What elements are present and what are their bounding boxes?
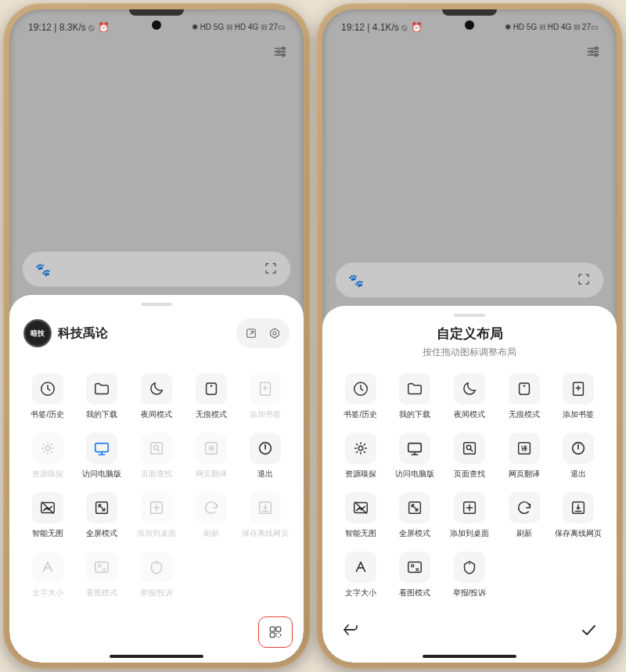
menu-label: 全屏模式 [399, 528, 430, 539]
menu-item-add-home[interactable]: 添加到桌面 [442, 487, 497, 544]
menu-label: 夜间模式 [454, 409, 485, 420]
menu-label: 添加书签 [563, 409, 594, 420]
menu-item-fullscreen[interactable]: 全屏模式 [75, 487, 130, 544]
settings-icon[interactable] [585, 44, 601, 63]
home-indicator[interactable] [110, 655, 203, 658]
menu-item-save[interactable]: 保存离线网页 [551, 487, 606, 544]
browser-body: 🐾 [322, 70, 617, 306]
menu-item-find[interactable]: 页面查找 [442, 428, 497, 484]
svg-rect-7 [206, 383, 216, 395]
menu-label: 智能无图 [32, 528, 63, 539]
menu-label: 保存离线网页 [242, 528, 289, 539]
customize-layout-button[interactable] [258, 616, 293, 648]
avatar[interactable]: 暗技 [23, 319, 52, 347]
svg-rect-26 [270, 633, 275, 638]
menu-item-folder[interactable]: 我的下载 [75, 368, 130, 425]
menu-item-sniff[interactable]: 资源嗅探 [333, 428, 388, 484]
menu-label: 刷新 [203, 528, 219, 539]
status-right: ✱ HD 5G ⫴⫴ HD 4G ⫴⫴ 27▭ [192, 23, 285, 32]
menu-label: 退出 [570, 469, 586, 480]
menu-grid: 书签/历史我的下载夜间模式无痕模式添加书签资源嗅探访问电脑版页面查找译网页翻译退… [20, 368, 293, 603]
svg-rect-24 [270, 627, 275, 631]
menu-label: 资源嗅探 [345, 469, 376, 480]
report-icon [141, 552, 172, 583]
menu-item-font[interactable]: 文字大小 [333, 547, 388, 603]
menu-item-add-bookmark[interactable]: 添加书签 [551, 368, 606, 425]
menu-item-gallery[interactable]: 看图模式 [388, 547, 443, 603]
sheet-title: 自定义布局 按住拖动图标调整布局 [333, 325, 606, 359]
svg-rect-25 [276, 627, 281, 631]
notch [442, 9, 497, 16]
font-icon [32, 552, 63, 583]
menu-item-fullscreen[interactable]: 全屏模式 [388, 487, 443, 544]
screen-right: 19:12 | 4.1K/s ⦸ ⏰ ✱ HD 5G ⫴⫴ HD 4G ⫴⫴ 2… [322, 9, 617, 663]
menu-item-desktop[interactable]: 访问电脑版 [388, 428, 443, 484]
menu-item-power[interactable]: 退出 [238, 428, 293, 484]
menu-item-report: 举报/投诉 [129, 547, 184, 603]
incognito-icon [196, 373, 227, 404]
menu-label: 举报/投诉 [140, 588, 174, 598]
sheet-handle[interactable] [454, 314, 485, 317]
back-button[interactable] [333, 620, 368, 644]
svg-rect-12 [151, 443, 163, 455]
moon-icon [141, 373, 172, 404]
settings-icon[interactable] [272, 44, 288, 63]
menu-item-power[interactable]: 退出 [551, 428, 606, 484]
status-right: ✱ HD 5G ⫴⫴ HD 4G ⫴⫴ 27▭ [505, 23, 598, 32]
svg-point-47 [412, 565, 414, 567]
find-icon [454, 433, 485, 464]
gear-icon[interactable] [263, 322, 286, 345]
menu-item-no-image[interactable]: 智能无图 [20, 487, 75, 544]
menu-item-folder[interactable]: 我的下载 [388, 368, 443, 425]
sheet-header: 暗技 科技禹论 [20, 314, 293, 359]
refresh-icon [509, 492, 540, 523]
searchbar[interactable]: 🐾 [335, 262, 604, 298]
menu-label: 资源嗅探 [32, 469, 63, 480]
power-icon [563, 433, 594, 464]
share-icon[interactable] [239, 322, 263, 345]
svg-point-8 [210, 385, 211, 386]
menu-label: 无痕模式 [196, 409, 227, 420]
power-icon [250, 433, 281, 464]
menu-item-find: 页面查找 [129, 428, 184, 484]
menu-label: 举报/投诉 [453, 588, 487, 598]
menu-label: 网页翻译 [196, 469, 227, 480]
user-name[interactable]: 科技禹论 [58, 325, 230, 342]
home-indicator[interactable] [423, 655, 516, 658]
menu-item-refresh[interactable]: 刷新 [497, 487, 552, 544]
menu-item-history[interactable]: 书签/历史 [20, 368, 75, 425]
sheet-title-sub: 按住拖动图标调整布局 [333, 346, 606, 359]
menu-item-moon[interactable]: 夜间模式 [442, 368, 497, 425]
scan-icon[interactable] [264, 261, 278, 278]
confirm-button[interactable] [571, 620, 606, 644]
sheet-title-main: 自定义布局 [333, 325, 606, 343]
menu-item-incognito[interactable]: 无痕模式 [184, 368, 239, 425]
folder-icon [86, 373, 117, 404]
menu-label: 退出 [257, 469, 273, 480]
menu-label: 全屏模式 [86, 528, 117, 539]
svg-rect-32 [519, 383, 529, 395]
svg-text:译: 译 [207, 445, 215, 452]
menu-label: 文字大小 [345, 588, 376, 598]
sheet-handle[interactable] [141, 303, 172, 306]
menu-item-no-image[interactable]: 智能无图 [333, 487, 388, 544]
menu-item-moon[interactable]: 夜间模式 [129, 368, 184, 425]
gallery-icon [86, 552, 117, 583]
menu-label: 添加到桌面 [450, 528, 489, 539]
menu-item-report[interactable]: 举报/投诉 [442, 547, 497, 603]
notch [129, 9, 184, 16]
svg-rect-46 [408, 562, 422, 573]
menu-item-incognito[interactable]: 无痕模式 [497, 368, 552, 425]
scan-icon[interactable] [577, 272, 591, 289]
fullscreen-icon [86, 492, 117, 523]
menu-item-translate[interactable]: 译网页翻译 [497, 428, 552, 484]
menu-label: 页面查找 [141, 469, 172, 480]
svg-point-1 [278, 50, 280, 52]
add-home-icon [141, 492, 172, 523]
menu-label: 保存离线网页 [555, 528, 602, 539]
desktop-icon [86, 433, 117, 464]
searchbar[interactable]: 🐾 [22, 251, 291, 287]
phone-right: 19:12 | 4.1K/s ⦸ ⏰ ✱ HD 5G ⫴⫴ HD 4G ⫴⫴ 2… [316, 3, 623, 669]
menu-item-desktop[interactable]: 访问电脑版 [75, 428, 130, 484]
menu-item-history[interactable]: 书签/历史 [333, 368, 388, 425]
